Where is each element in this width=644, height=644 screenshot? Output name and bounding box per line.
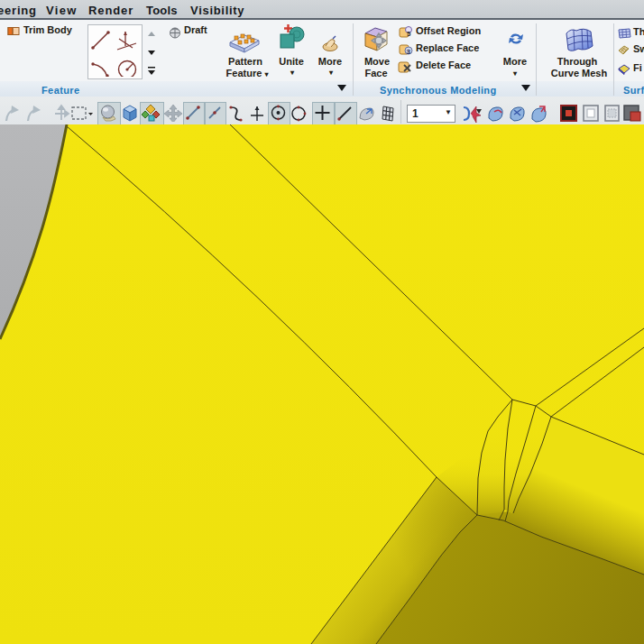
svg-text:5: 5 xyxy=(407,30,411,38)
svg-text:3: 3 xyxy=(407,48,411,56)
